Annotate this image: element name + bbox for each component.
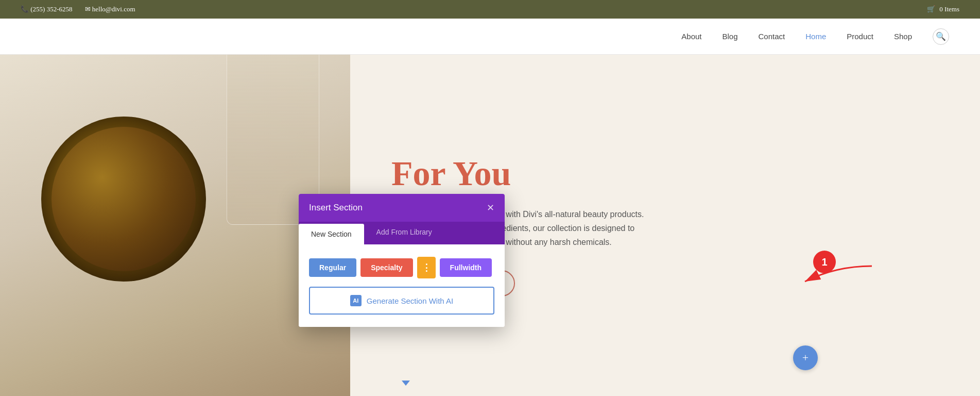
section-types: Regular Specialty ⋮ Fullwidth <box>309 257 494 278</box>
nav-item-blog[interactable]: Blog <box>723 32 738 41</box>
insert-section-modal: Insert Section ✕ New Section Add From Li… <box>299 194 505 327</box>
main-area: For You Experience the purity of nature … <box>0 55 980 396</box>
modal-tabs: New Section Add From Library <box>299 222 505 244</box>
plus-icon: + <box>802 351 809 365</box>
modal-title: Insert Section <box>309 203 363 213</box>
nav-item-contact[interactable]: Contact <box>759 32 785 41</box>
top-bar-left: 📞 (255) 352-6258 ✉ hello@divi.com <box>21 5 135 13</box>
ai-icon: AI <box>350 295 362 306</box>
wood-circle <box>41 117 206 282</box>
cart-count: 0 Items <box>939 5 959 13</box>
wood-circle-inner <box>51 127 196 271</box>
search-icon: 🔍 <box>936 31 946 41</box>
extra-option-button[interactable]: ⋮ <box>417 257 436 278</box>
regular-section-button[interactable]: Regular <box>309 258 356 277</box>
nav-item-about[interactable]: About <box>681 32 701 41</box>
ai-generate-button[interactable]: AI Generate Section With AI <box>309 287 494 315</box>
email-address: hello@divi.com <box>92 5 135 13</box>
nav-item-product[interactable]: Product <box>847 32 873 41</box>
email-icon: ✉ <box>85 5 92 13</box>
add-section-button[interactable]: + <box>793 345 818 370</box>
phone-icon: 📞 <box>21 5 30 13</box>
annotation-badge: 1 <box>813 251 836 273</box>
fullwidth-section-button[interactable]: Fullwidth <box>440 258 492 277</box>
modal-body: Regular Specialty ⋮ Fullwidth AI Generat… <box>299 244 505 327</box>
nav-item-shop[interactable]: Shop <box>894 32 912 41</box>
top-bar-right: 🛒 0 Items <box>927 5 959 13</box>
email-info: ✉ hello@divi.com <box>85 5 135 13</box>
cart-icon: 🛒 <box>927 5 935 13</box>
top-bar: 📞 (255) 352-6258 ✉ hello@divi.com 🛒 0 It… <box>0 0 980 19</box>
nav-item-home[interactable]: Home <box>805 32 826 41</box>
tab-add-from-library[interactable]: Add From Library <box>364 222 444 244</box>
phone-info: 📞 (255) 352-6258 <box>21 5 73 13</box>
tab-new-section[interactable]: New Section <box>299 224 364 244</box>
ai-generate-label: Generate Section With AI <box>367 296 453 305</box>
modal-header: Insert Section ✕ <box>299 194 505 222</box>
search-button[interactable]: 🔍 <box>933 28 949 45</box>
phone-number: (255) 352-6258 <box>30 5 72 13</box>
nav-bar: About Blog Contact Home Product Shop 🔍 <box>0 19 980 55</box>
dropdown-indicator <box>402 381 410 386</box>
specialty-section-button[interactable]: Specialty <box>360 258 412 277</box>
hero-title: For You <box>391 154 939 193</box>
modal-close-button[interactable]: ✕ <box>487 202 494 213</box>
hero-image <box>0 55 350 396</box>
